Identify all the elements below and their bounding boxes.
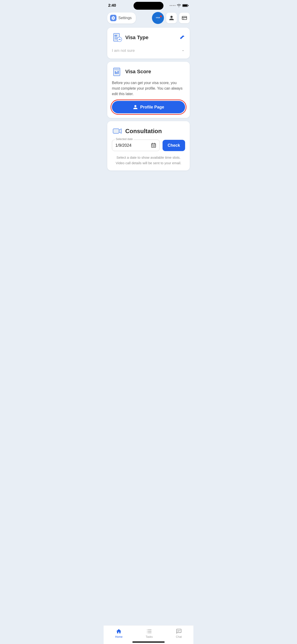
chevron-down-icon [181,48,185,53]
date-field-label: Selected date [115,138,134,141]
person-button[interactable] [166,13,177,23]
date-value: 1/9/2024 [115,143,132,148]
header-right: VISA . [152,12,190,24]
svg-rect-25 [118,71,118,74]
svg-rect-28 [152,146,153,146]
settings-button[interactable]: Settings [107,12,136,24]
status-icons [170,4,189,7]
visa-score-card-header: Visa Score [112,66,185,77]
svg-point-6 [160,16,162,17]
calendar-icon [151,142,156,148]
svg-rect-9 [183,19,184,19]
date-field[interactable]: Selected date 1/9/2024 [112,140,160,151]
visa-score-title-row: Visa Score [112,66,151,77]
status-time: 2:40 [108,3,116,8]
consultation-title-row: Consultation [112,126,162,136]
date-row: Selected date 1/9/2024 Check [112,140,185,151]
svg-rect-23 [115,71,116,74]
svg-text:.: . [158,19,158,21]
visa-type-card: Visa Type I am not sure [107,28,190,58]
visa-type-title-row: Visa Type [112,32,148,43]
consultation-icon [112,126,122,136]
svg-rect-30 [154,146,155,146]
svg-rect-16 [119,39,119,40]
main-content: Visa Type I am not sure [104,26,194,194]
signal-icon [170,5,176,6]
card-icon [182,15,187,21]
profile-page-label: Profile Page [140,105,164,110]
notch [134,2,164,10]
visa-type-placeholder: I am not sure [112,48,135,53]
svg-rect-26 [113,129,119,133]
consultation-title: Consultation [125,128,162,135]
consultation-card-header: Consultation [112,126,185,136]
gear-icon [110,15,116,21]
header-row: Settings VISA . [104,10,194,26]
edit-lines-icon [180,35,185,40]
status-bar: 2:40 [104,0,194,10]
visa-type-select[interactable]: I am not sure [112,46,185,54]
visa-type-title: Visa Type [125,34,148,40]
date-field-inner: 1/9/2024 [115,142,156,148]
visa-score-icon [112,66,122,77]
consultation-hint: Select a date to show available time slo… [112,155,185,166]
svg-rect-8 [182,17,187,18]
visa-type-icon [112,32,122,43]
svg-rect-27 [152,144,156,148]
svg-rect-20 [180,38,182,38]
svg-text:VISA: VISA [156,16,160,19]
svg-rect-2 [188,5,188,6]
svg-rect-1 [183,4,187,6]
profile-person-icon [133,104,138,110]
edit-button[interactable] [180,35,185,40]
check-button[interactable]: Check [162,140,185,151]
battery-icon [182,4,189,7]
svg-rect-24 [116,72,117,74]
consultation-card: Consultation Selected date 1/9/2024 Che [107,121,190,170]
svg-rect-18 [120,39,121,40]
visa-score-card: Visa Score Before you can get your visa … [107,62,190,118]
wifi-icon [177,4,181,7]
svg-rect-17 [120,39,120,40]
svg-rect-29 [153,146,154,146]
svg-rect-11 [114,35,117,36]
card-button[interactable] [179,13,190,23]
visa-score-description: Before you can get your visa score, you … [112,80,185,97]
person-icon [169,15,174,21]
svg-rect-22 [114,69,119,70]
svg-rect-19 [180,37,182,38]
visa-type-card-header: Visa Type [112,32,185,43]
visa-score-title: Visa Score [125,69,151,75]
visa-logo: VISA . [152,12,164,24]
profile-page-button[interactable]: Profile Page [112,101,185,113]
settings-label: Settings [118,16,132,20]
